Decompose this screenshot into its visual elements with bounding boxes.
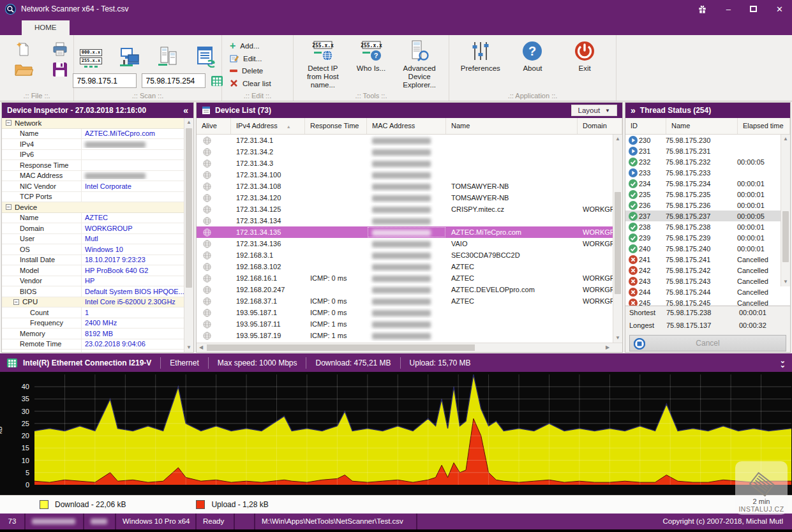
collapse-node-icon[interactable]: − — [6, 204, 11, 210]
device-row[interactable]: 193.95.187.11ICMP: 1 ms — [197, 318, 622, 330]
device-row[interactable]: 172.31.34.2 — [197, 146, 622, 158]
detect-ip-button[interactable]: 255.x.xDetect IP from Host name... — [299, 40, 347, 89]
device-row[interactable]: 192.168.20.247AZTEC.DEVELOPpro.comWORKGR… — [197, 284, 622, 295]
exit-button[interactable]: Exit — [560, 40, 609, 89]
tab-home[interactable]: HOME — [22, 20, 70, 35]
thread-row[interactable]: 23675.98.175.23600:00:01 — [625, 200, 790, 211]
device-row[interactable]: 193.95.187.1ICMP: 0 ms — [197, 307, 622, 318]
device-row[interactable]: 172.31.34.125CRISPY.mitec.czWORKGROUP — [197, 203, 622, 215]
close-button[interactable]: ✕ — [776, 5, 783, 13]
preferences-button[interactable]: Preferences — [456, 40, 505, 89]
thread-row[interactable]: 24075.98.175.24000:00:01 — [625, 243, 790, 254]
thread-row[interactable]: 23875.98.175.23800:00:01 — [625, 221, 790, 232]
inspector-row[interactable]: VendorHP — [2, 276, 193, 287]
inspector-row[interactable]: Frequency2400 MHz — [2, 318, 193, 329]
collapse-panel-icon[interactable]: « — [183, 105, 188, 115]
column-header-elapsed-time[interactable]: Elapsed time — [738, 118, 790, 134]
ip-range-icon[interactable]: 000.x.x 255.x.x — [78, 47, 105, 70]
device-row[interactable]: 172.31.34.134 — [197, 215, 622, 226]
collapse-node-icon[interactable]: − — [13, 299, 19, 305]
new-file-button[interactable] — [14, 39, 33, 59]
layout-button[interactable]: Layout▼ — [571, 105, 617, 116]
inspector-row[interactable]: −Device — [2, 202, 193, 213]
rescan-list-icon[interactable] — [193, 44, 218, 70]
inspector-scrollbar[interactable]: ▲ ▼ — [184, 118, 193, 352]
inspector-row[interactable]: ModelHP ProBook 640 G2 — [2, 265, 193, 276]
column-header-mac-address[interactable]: MAC Address — [367, 118, 446, 134]
inspector-row[interactable]: Count1 — [2, 307, 193, 318]
column-header-name[interactable]: Name — [446, 118, 578, 134]
thread-row[interactable]: 23175.98.175.231 — [625, 145, 790, 156]
device-list-hscrollbar[interactable]: ◀ ▶ — [197, 343, 622, 352]
print-button[interactable] — [50, 40, 70, 59]
edit-item-delete[interactable]: Delete — [227, 65, 288, 77]
scan-ip-from-input[interactable] — [73, 73, 137, 88]
thread-status-column-header[interactable]: IDNameElapsed time — [625, 118, 790, 135]
device-row[interactable]: 192.168.3.102AZTEC — [197, 261, 622, 272]
save-button[interactable] — [50, 59, 70, 80]
thread-row[interactable]: 24575.98.175.245Cancelled — [625, 297, 790, 306]
inspector-row[interactable]: System UpTime00:18:59 — [2, 350, 193, 352]
inspector-row[interactable]: NameAZTEC — [2, 213, 193, 224]
inspector-row[interactable]: Response Time — [2, 160, 193, 171]
column-header-alive[interactable]: Alive — [197, 118, 231, 134]
ade-button[interactable]: Advanced Device Explorer... — [395, 40, 444, 89]
thread-row[interactable]: 23975.98.175.23900:00:01 — [625, 232, 790, 243]
thread-row[interactable]: 23775.98.175.23700:00:05 — [625, 211, 790, 221]
inspector-row[interactable]: TCP Ports — [2, 192, 193, 203]
scan-ip-to-input[interactable] — [142, 73, 205, 88]
inspector-row[interactable]: IPv6 — [2, 150, 193, 161]
device-row[interactable]: 172.31.34.3 — [197, 158, 622, 169]
gift-icon[interactable] — [698, 4, 707, 14]
thread-row[interactable]: 24475.98.175.244Cancelled — [625, 286, 790, 297]
device-row[interactable]: 192.168.16.1ICMP: 0 msAZTECWORKGROUP — [197, 272, 622, 284]
inspector-row[interactable]: Install Date18.10.2017 9:23:23 — [2, 255, 193, 266]
column-header-name[interactable]: Name — [666, 118, 738, 134]
thread-status-scrollbar[interactable]: ▲ ▼ — [781, 135, 790, 286]
expand-panel-icon[interactable]: » — [631, 105, 636, 115]
device-row[interactable]: 172.31.34.100 — [197, 169, 622, 181]
device-row[interactable]: 172.31.34.136VAIOWORKGROUP — [197, 238, 622, 249]
device-row[interactable]: 192.168.3.1SEC30CDA79BCC2D — [197, 249, 622, 261]
device-row[interactable]: 172.31.34.1 — [197, 135, 622, 146]
column-header-ipv4-address[interactable]: IPv4 Address▲ — [231, 118, 305, 134]
column-header-domain[interactable]: Domain — [578, 118, 622, 134]
device-list-scrollbar[interactable]: ▲ ▼ — [613, 135, 622, 343]
device-row[interactable]: 193.95.187.19ICMP: 1 ms — [197, 330, 622, 341]
inspector-row[interactable]: NIC VendorIntel Corporate — [2, 181, 193, 192]
thread-row[interactable]: 24375.98.175.243Cancelled — [625, 276, 790, 286]
thread-row[interactable]: 24175.98.175.241Cancelled — [625, 254, 790, 265]
cancel-button[interactable]: Cancel — [629, 335, 786, 351]
thread-row[interactable]: 24275.98.175.242Cancelled — [625, 265, 790, 276]
scan-network-icon[interactable] — [117, 45, 142, 70]
scan-hosts-icon[interactable] — [155, 44, 181, 70]
device-row[interactable]: 172.31.34.120TOMSAWYER-NB — [197, 192, 622, 203]
thread-row[interactable]: 23075.98.175.230 — [625, 135, 790, 145]
device-list-column-header[interactable]: AliveIPv4 Address▲Response TimeMAC Addre… — [197, 118, 622, 135]
inspector-row[interactable]: Memory8192 MB — [2, 329, 193, 339]
chevron-double-down-icon[interactable]: ⌄⌄ — [780, 358, 786, 367]
edit-item-add[interactable]: +Add... — [227, 40, 288, 52]
inspector-row[interactable]: NameAZTEC.MiTeCpro.com — [2, 129, 193, 140]
minimize-button[interactable]: – — [726, 5, 731, 13]
about-button[interactable]: ?About — [507, 40, 557, 89]
edit-item-edit[interactable]: Edit... — [227, 53, 288, 65]
inspector-row[interactable]: −CPUIntel Core i5-6200U 2.30GHz — [2, 297, 193, 308]
thread-row[interactable]: 23475.98.175.23400:00:01 — [625, 178, 790, 189]
inspector-row[interactable]: −Network — [2, 118, 193, 129]
device-row[interactable]: 172.31.34.135AZTEC.MiTeCpro.comWORKGROUP — [197, 226, 622, 238]
thread-row[interactable]: 23375.98.175.233 — [625, 167, 790, 178]
inspector-row[interactable]: IPv4 — [2, 139, 193, 150]
open-file-button[interactable] — [12, 60, 35, 79]
device-row[interactable]: 172.31.34.108TOMSAWYER-NB — [197, 181, 622, 192]
maximize-button[interactable] — [750, 5, 757, 13]
column-header-id[interactable]: ID — [625, 118, 666, 134]
whois-button[interactable]: 255.x.x?Who Is... — [347, 40, 396, 89]
ip-grid-button[interactable] — [211, 75, 223, 87]
column-header-response-time[interactable]: Response Time — [305, 118, 367, 134]
collapse-node-icon[interactable]: − — [6, 120, 11, 126]
thread-row[interactable]: 23575.98.175.23500:00:01 — [625, 189, 790, 200]
inspector-row[interactable]: DomainWORKGROUP — [2, 223, 193, 234]
thread-row[interactable]: 23275.98.175.23200:00:05 — [625, 156, 790, 167]
inspector-row[interactable]: MAC Address — [2, 171, 193, 182]
